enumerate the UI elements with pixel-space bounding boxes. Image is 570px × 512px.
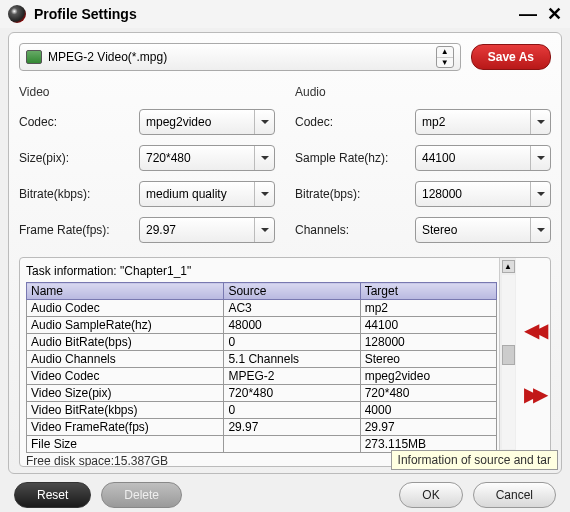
app-icon [8, 5, 26, 23]
ok-button[interactable]: OK [399, 482, 462, 508]
cell-name: Video FrameRate(fps) [27, 419, 224, 436]
chevron-down-icon [254, 182, 274, 206]
cell-target: 29.97 [360, 419, 496, 436]
cell-name: Video Size(pix) [27, 385, 224, 402]
cell-target: Stereo [360, 351, 496, 368]
audio-bitrate-label: Bitrate(bps): [295, 187, 415, 201]
next-button[interactable]: ▶▶ [524, 382, 542, 406]
window-title: Profile Settings [34, 6, 509, 22]
table-row[interactable]: Audio CodecAC3mp2 [27, 300, 497, 317]
task-info-heading: Task information: "Chapter1_1" [26, 262, 497, 282]
col-source[interactable]: Source [224, 283, 360, 300]
cell-target: mpeg2video [360, 368, 496, 385]
reset-button[interactable]: Reset [14, 482, 91, 508]
profile-select[interactable]: MPEG-2 Video(*.mpg) ▲ ▼ [19, 43, 461, 71]
cell-name: Video Codec [27, 368, 224, 385]
table-row[interactable]: Video BitRate(kbps)04000 [27, 402, 497, 419]
video-codec-select[interactable]: mpeg2video [139, 109, 275, 135]
cell-name: Audio BitRate(bps) [27, 334, 224, 351]
cell-target: 128000 [360, 334, 496, 351]
table-header-row: Name Source Target [27, 283, 497, 300]
cell-name: Audio Channels [27, 351, 224, 368]
audio-codec-label: Codec: [295, 115, 415, 129]
table-row[interactable]: Audio SampleRate(hz)4800044100 [27, 317, 497, 334]
video-framerate-select[interactable]: 29.97 [139, 217, 275, 243]
main-panel: MPEG-2 Video(*.mpg) ▲ ▼ Save As Video Co… [8, 32, 562, 474]
cell-source: 5.1 Channels [224, 351, 360, 368]
chevron-down-icon [254, 146, 274, 170]
col-target[interactable]: Target [360, 283, 496, 300]
video-heading: Video [19, 81, 275, 109]
table-row[interactable]: Video Size(pix)720*480720*480 [27, 385, 497, 402]
cell-target: 44100 [360, 317, 496, 334]
cell-name: Video BitRate(kbps) [27, 402, 224, 419]
cell-source: AC3 [224, 300, 360, 317]
audio-samplerate-label: Sample Rate(hz): [295, 151, 415, 165]
cell-source: 0 [224, 402, 360, 419]
video-file-icon [26, 50, 42, 64]
audio-codec-select[interactable]: mp2 [415, 109, 551, 135]
titlebar: Profile Settings — ✕ [0, 0, 570, 28]
video-size-label: Size(pix): [19, 151, 139, 165]
video-bitrate-label: Bitrate(kbps): [19, 187, 139, 201]
cell-name: Audio Codec [27, 300, 224, 317]
table-row[interactable]: Video CodecMPEG-2mpeg2video [27, 368, 497, 385]
table-row[interactable]: Video FrameRate(fps)29.9729.97 [27, 419, 497, 436]
cell-source: 29.97 [224, 419, 360, 436]
chevron-down-icon [254, 218, 274, 242]
cell-target: mp2 [360, 300, 496, 317]
cell-source: 720*480 [224, 385, 360, 402]
chevron-down-icon [254, 110, 274, 134]
chevron-down-icon [530, 182, 550, 206]
cell-source: 48000 [224, 317, 360, 334]
footer: Reset Delete OK Cancel [0, 474, 570, 512]
minimize-button[interactable]: — [519, 4, 537, 25]
chevron-down-icon [530, 110, 550, 134]
scroll-up-icon[interactable]: ▲ [502, 260, 515, 273]
cell-source: 0 [224, 334, 360, 351]
task-info-table: Name Source Target Audio CodecAC3mp2Audi… [26, 282, 497, 453]
save-as-button[interactable]: Save As [471, 44, 551, 70]
cell-target: 4000 [360, 402, 496, 419]
profile-selected-text: MPEG-2 Video(*.mpg) [48, 50, 167, 64]
scroll-thumb[interactable] [502, 345, 515, 365]
audio-heading: Audio [295, 81, 551, 109]
profile-stepper[interactable]: ▲ ▼ [436, 46, 454, 68]
nav-column: ◀◀ ▶▶ [516, 258, 550, 466]
chevron-down-icon [530, 218, 550, 242]
audio-samplerate-select[interactable]: 44100 [415, 145, 551, 171]
vertical-scrollbar[interactable]: ▲ ▼ [499, 258, 516, 466]
cell-target: 720*480 [360, 385, 496, 402]
audio-channels-label: Channels: [295, 223, 415, 237]
cell-source: MPEG-2 [224, 368, 360, 385]
audio-channels-select[interactable]: Stereo [415, 217, 551, 243]
audio-section: Audio Codec: mp2 Sample Rate(hz): 44100 … [295, 81, 551, 253]
delete-button[interactable]: Delete [101, 482, 182, 508]
close-button[interactable]: ✕ [547, 3, 562, 25]
video-section: Video Codec: mpeg2video Size(pix): 720*4… [19, 81, 275, 253]
chevron-down-icon[interactable]: ▼ [437, 58, 453, 68]
task-info-panel: Task information: "Chapter1_1" Name Sour… [19, 257, 551, 467]
table-row[interactable]: Audio BitRate(bps)0128000 [27, 334, 497, 351]
video-size-select[interactable]: 720*480 [139, 145, 275, 171]
table-row[interactable]: Audio Channels5.1 ChannelsStereo [27, 351, 497, 368]
cell-source [224, 436, 360, 453]
tooltip: Information of source and tar [391, 450, 558, 470]
cell-name: File Size [27, 436, 224, 453]
video-codec-label: Codec: [19, 115, 139, 129]
video-bitrate-select[interactable]: medium quality [139, 181, 275, 207]
cancel-button[interactable]: Cancel [473, 482, 556, 508]
audio-bitrate-select[interactable]: 128000 [415, 181, 551, 207]
scroll-track[interactable] [502, 275, 515, 449]
cell-name: Audio SampleRate(hz) [27, 317, 224, 334]
col-name[interactable]: Name [27, 283, 224, 300]
prev-button[interactable]: ◀◀ [524, 318, 542, 342]
chevron-up-icon[interactable]: ▲ [437, 47, 453, 58]
video-framerate-label: Frame Rate(fps): [19, 223, 139, 237]
chevron-down-icon [530, 146, 550, 170]
